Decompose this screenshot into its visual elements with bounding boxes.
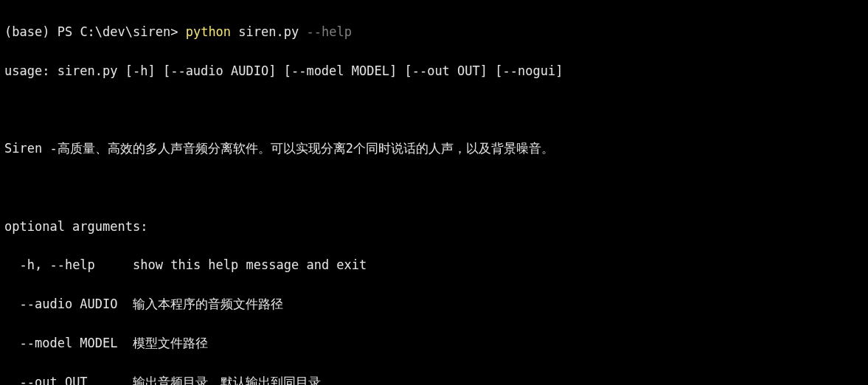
arg-help: -h, --help show this help message and ex… bbox=[4, 255, 864, 274]
arg-audio: --audio AUDIO 输入本程序的音频文件路径 bbox=[4, 294, 864, 313]
prompt-ps: PS bbox=[58, 24, 80, 39]
description-line: Siren -高质量、高效的多人声音频分离软件。可以实现分离2个同时说话的人声，… bbox=[4, 139, 864, 158]
terminal-output[interactable]: (base) PS C:\dev\siren> python siren.py … bbox=[0, 0, 868, 385]
blank-line bbox=[4, 100, 864, 119]
arg-out: --out OUT 输出音频目录。默认输出到同目录 bbox=[4, 372, 864, 385]
prompt-path: C:\dev\siren> bbox=[80, 24, 185, 39]
cmd-script: siren.py bbox=[238, 24, 306, 39]
command-line-1: (base) PS C:\dev\siren> python siren.py … bbox=[4, 22, 864, 41]
blank-line bbox=[4, 178, 864, 197]
usage-line: usage: siren.py [-h] [--audio AUDIO] [--… bbox=[4, 61, 864, 80]
cmd-python: python bbox=[186, 24, 239, 39]
flag-help: --help bbox=[306, 24, 351, 39]
arg-model: --model MODEL 模型文件路径 bbox=[4, 333, 864, 353]
prompt-env: (base) bbox=[4, 24, 58, 39]
optional-args-header: optional arguments: bbox=[4, 217, 864, 236]
